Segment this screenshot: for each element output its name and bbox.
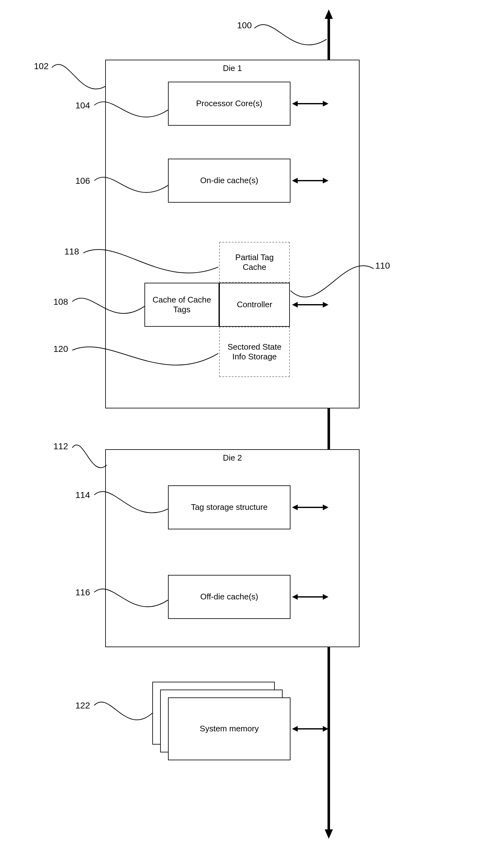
conn-tagstorage: [295, 507, 326, 508]
ref-106: 106: [75, 176, 90, 186]
partial-tag-cache-block: Partial Tag Cache: [219, 242, 290, 283]
ref-104: 104: [75, 101, 90, 111]
conn-arrow-r-icon: [323, 178, 328, 184]
controller-block: Controller: [219, 283, 290, 327]
tag-storage-block: Tag storage structure: [168, 485, 290, 529]
conn-arrow-r-icon: [323, 504, 328, 510]
conn-arrow-l-icon: [292, 101, 298, 107]
lead-100: [254, 24, 330, 64]
conn-arrow-l-icon: [292, 726, 298, 732]
ref-114: 114: [75, 490, 90, 500]
sectored-state-block: Sectored State Info Storage: [219, 327, 290, 377]
sectored-state-label: Sectored State Info Storage: [223, 342, 286, 362]
processor-core-block: Processor Core(s): [168, 82, 290, 126]
lead-102: [52, 63, 108, 104]
conn-controller: [295, 304, 326, 305]
ref-120: 120: [53, 344, 68, 354]
ref-122: 122: [75, 701, 90, 711]
conn-arrow-r-icon: [323, 726, 328, 732]
die2-title: Die 2: [223, 453, 242, 463]
die1-title: Die 1: [223, 63, 242, 73]
ref-110: 110: [375, 261, 390, 271]
system-memory-block: System memory: [168, 698, 290, 760]
conn-ondie: [295, 180, 326, 181]
conn-arrow-r-icon: [323, 302, 328, 308]
offdie-cache-label: Off-die cache(s): [175, 592, 284, 602]
ref-108: 108: [53, 297, 68, 307]
conn-arrow-l-icon: [292, 594, 298, 600]
diagram-canvas: Die 1 Processor Core(s) On-die cache(s) …: [0, 0, 504, 863]
ondie-cache-block: On-die cache(s): [168, 159, 290, 203]
conn-arrow-l-icon: [292, 504, 298, 510]
conn-arrow-l-icon: [292, 178, 298, 184]
partial-tag-cache-label: Partial Tag Cache: [223, 253, 286, 272]
conn-offdie: [295, 596, 326, 598]
bus-arrow-up-icon: [325, 10, 333, 19]
conn-processor: [295, 103, 326, 104]
ref-118: 118: [64, 247, 79, 257]
cache-of-cache-tags-block: Cache of Cache Tags: [144, 283, 219, 327]
tag-storage-label: Tag storage structure: [175, 502, 284, 512]
lead-122: [94, 701, 157, 738]
ref-102: 102: [34, 61, 49, 71]
cache-of-cache-tags-label: Cache of Cache Tags: [149, 295, 215, 314]
ref-112: 112: [53, 441, 68, 451]
controller-label: Controller: [223, 300, 286, 310]
processor-core-label: Processor Core(s): [175, 99, 284, 108]
conn-arrow-r-icon: [323, 594, 328, 600]
ref-100: 100: [237, 21, 252, 30]
ondie-cache-label: On-die cache(s): [175, 176, 284, 185]
system-memory-label: System memory: [175, 724, 284, 734]
offdie-cache-block: Off-die cache(s): [168, 575, 290, 619]
conn-arrow-r-icon: [323, 101, 328, 107]
conn-sysmem: [295, 728, 326, 729]
bus-arrow-down-icon: [325, 829, 333, 839]
conn-arrow-l-icon: [292, 302, 298, 308]
ref-116: 116: [75, 587, 90, 598]
